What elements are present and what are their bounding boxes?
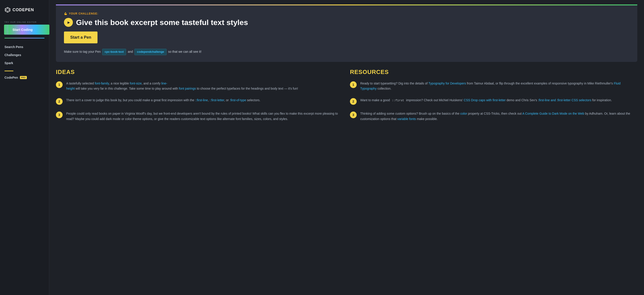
tag-badge-1: cpc-book-text [102,49,126,55]
challenge-title-row: Give this book excerpt some tasteful tex… [64,18,629,27]
start-pen-button[interactable]: Start a Pen [64,31,98,43]
challenge-title: Give this book excerpt some tasteful tex… [76,18,248,27]
main-content: 💪 YOUR CHALLENGE: Give this book excerpt… [49,0,644,295]
font-pairings-link[interactable]: font pairings [179,87,196,90]
css-drop-caps-link[interactable]: CSS Drop caps with first-letter [464,98,506,102]
resource-number-1: 1 [350,81,357,88]
codepen-pro-link[interactable]: CodePen PRO [0,74,49,81]
nav-links: Search Pens Challenges Spark [0,41,49,69]
try-label: TRY OUR ONLINE EDITOR [4,21,44,23]
sidebar-item-search-pens[interactable]: Search Pens [0,43,49,51]
logo-area: CODEPEN [0,4,49,17]
resource-number-2: 2 [350,98,357,105]
resource-item-1: 1 Ready to start typesetting? Dig into t… [350,81,637,92]
resources-column: RESOURCES 1 Ready to start typesetting? … [350,69,637,128]
resource-item-2: 2 Want to make a good ::first impression… [350,98,637,105]
tag-line: Make sure to tag your Pen cpc-book-text … [64,49,629,55]
tag-badge-2: codependchallenge [134,49,166,55]
muscle-icon: 💪 [64,12,68,15]
svg-marker-1 [6,8,9,11]
yellow-divider [4,71,14,71]
ideas-column: IDEAS 1 A tastefully selected font-famil… [56,69,343,128]
rainbow-divider [4,38,44,38]
idea-text-1: A tastefully selected font-family, a nic… [66,81,298,92]
challenge-label: 💪 YOUR CHALLENGE: [64,12,629,15]
idea-item-1: 1 A tastefully selected font-family, a n… [56,81,343,92]
first-line-link[interactable]: ::first-line [195,98,208,102]
variable-fonts-link[interactable]: variable fonts [397,117,416,121]
idea-item-3: 3 People could only read books on paper … [56,111,343,122]
idea-item-2: 2 There isn't a cover to judge this book… [56,98,343,105]
sidebar-item-spark[interactable]: Spark [0,59,49,67]
resource-item-3: 3 Thinking of adding some custom options… [350,111,637,122]
ideas-title: IDEAS [56,69,343,75]
idea-number-1: 1 [56,81,62,88]
idea-number-2: 2 [56,98,62,105]
resource-text-2: Want to make a good ::first impression? … [360,98,612,105]
idea-text-2: There isn't a cover to judge this book b… [66,98,260,105]
first-line-selectors-link[interactable]: :first-line and :first-letter CSS select… [538,98,592,102]
resource-number-3: 3 [350,111,357,118]
start-coding-button[interactable]: Start Coding [9,25,49,34]
idea-number-3: 3 [56,111,62,118]
codepen-label: CodePen [4,76,18,79]
challenge-card: 💪 YOUR CHALLENGE: Give this book excerpt… [56,4,637,62]
pro-badge: PRO [20,76,27,79]
idea-text-3: People could only read books on paper in… [66,111,343,122]
dark-mode-link[interactable]: A Complete Guide to Dark Mode on the Web [522,112,584,115]
color-property-link[interactable]: color [460,112,467,115]
logo-text: CODEPEN [12,7,34,12]
first-of-type-link[interactable]: :first-of-type [230,98,246,102]
fluid-typography-link[interactable]: Fluid Typography [360,82,620,90]
first-code: ::first [391,99,405,102]
sidebar: CODEPEN TRY OUR ONLINE EDITOR Start Codi… [0,0,49,295]
resource-text-3: Thinking of adding some custom options? … [360,111,637,122]
logo[interactable]: CODEPEN [4,7,44,13]
play-icon [64,18,73,27]
first-letter-link[interactable]: ::first-letter [210,98,224,102]
resource-text-1: Ready to start typesetting? Dig into the… [360,81,637,92]
two-col-section: IDEAS 1 A tastefully selected font-famil… [56,69,637,128]
line-height-link[interactable]: line-height [66,82,167,90]
resources-title: RESOURCES [350,69,637,75]
font-family-link[interactable]: font-family [95,82,109,85]
typography-dev-link[interactable]: Typography for Developers [428,82,466,85]
codepen-logo-icon [4,7,11,13]
font-size-link[interactable]: font-size [130,82,142,85]
sidebar-item-challenges[interactable]: Challenges [0,51,49,59]
